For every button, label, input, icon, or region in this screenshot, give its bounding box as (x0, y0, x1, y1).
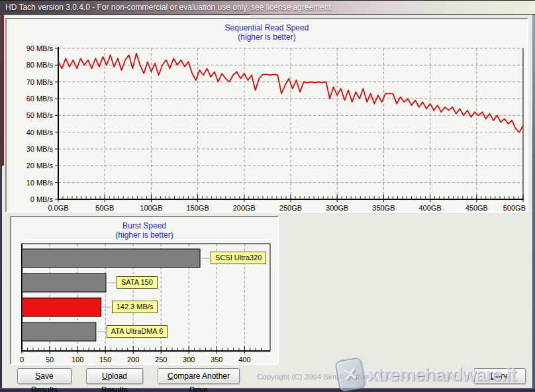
svg-text:100GB: 100GB (140, 204, 162, 211)
svg-text:250GB: 250GB (279, 204, 302, 211)
burst-speed-plot: 050100150200250300350400 (11, 217, 277, 364)
svg-text:0: 0 (20, 356, 24, 364)
svg-text:60 MB/s: 60 MB/s (26, 95, 54, 103)
svg-text:400GB: 400GB (418, 204, 441, 211)
svg-text:50GB: 50GB (95, 204, 114, 211)
window-titlebar[interactable]: HD Tach version 3.0.4.0 - For non-commer… (0, 0, 535, 15)
svg-text:200: 200 (127, 356, 139, 364)
burst-bar-label: SCSI Ultra320 (211, 252, 266, 264)
svg-text:50 MB/s: 50 MB/s (26, 111, 54, 119)
sequential-read-panel: Sequential Read Speed (higher is better)… (5, 18, 528, 213)
svg-text:500GB: 500GB (503, 204, 526, 211)
window-title: HD Tach version 3.0.4.0 - For non-commer… (5, 3, 333, 12)
burst-speed-panel: Burst Speed (higher is better) 050100150… (10, 216, 279, 365)
svg-text:300GB: 300GB (326, 204, 348, 211)
hd-tach-window: HD Tach version 3.0.4.0 - For non-commer… (0, 0, 535, 392)
done-mnemonic: D (491, 371, 497, 381)
compare-mnemonic: C (168, 371, 173, 381)
svg-text:10 MB/s: 10 MB/s (26, 179, 54, 187)
svg-text:400: 400 (238, 356, 250, 364)
burst-bar-label: 142.3 MB/s (112, 301, 158, 313)
svg-text:0.0GB: 0.0GB (48, 204, 68, 211)
done-button[interactable]: Done (474, 368, 526, 384)
save-results-button[interactable]: Save Results (17, 368, 72, 384)
svg-text:150: 150 (99, 356, 111, 364)
svg-text:80 MB/s: 80 MB/s (26, 61, 54, 69)
window-border-bottom (0, 388, 535, 392)
svg-text:200GB: 200GB (233, 204, 256, 211)
upload-mnemonic: U (102, 371, 108, 381)
svg-text:20 MB/s: 20 MB/s (26, 162, 54, 170)
burst-bar-label: SATA 150 (117, 276, 158, 289)
burst-bar-label: ATA UltraDMA 6 (107, 325, 168, 338)
sequential-read-plot: 0 MB/s10 MB/s20 MB/s30 MB/s40 MB/s50 MB/… (7, 19, 527, 211)
window-border-right (532, 15, 535, 388)
svg-text:30 MB/s: 30 MB/s (26, 145, 54, 153)
compare-another-drive-button[interactable]: Compare Another Drive (158, 368, 240, 384)
done-label: one (496, 371, 509, 381)
svg-text:350: 350 (211, 356, 222, 364)
client-area: Sequential Read Speed (higher is better)… (2, 15, 532, 388)
svg-text:70 MB/s: 70 MB/s (26, 78, 54, 86)
copyright-text: Copyright (C) 2004 Simpli Software, Inc.… (257, 373, 475, 381)
svg-text:100: 100 (72, 356, 83, 364)
upload-results-button[interactable]: Upload Results (86, 368, 143, 384)
svg-text:150GB: 150GB (186, 204, 209, 211)
svg-text:450GB: 450GB (465, 204, 488, 211)
svg-text:0 MB/s: 0 MB/s (30, 195, 54, 203)
svg-text:40 MB/s: 40 MB/s (26, 128, 54, 136)
svg-text:350GB: 350GB (372, 204, 395, 211)
svg-text:300: 300 (183, 356, 195, 364)
svg-text:250: 250 (155, 356, 167, 364)
svg-text:90 MB/s: 90 MB/s (26, 44, 54, 52)
svg-text:50: 50 (46, 356, 54, 364)
